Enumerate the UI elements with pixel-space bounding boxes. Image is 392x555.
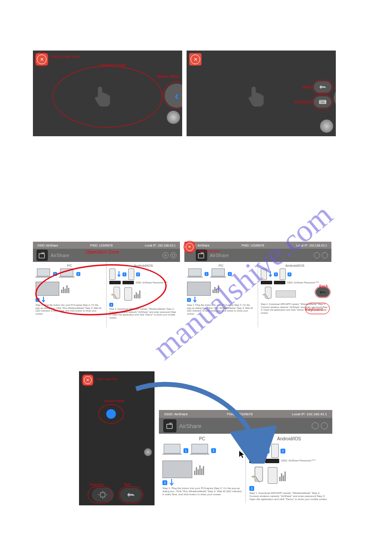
home-indicator-icon [167,111,180,124]
close-annotation-label: Red Cross Icon [97,377,118,381]
android-column: Android/IOS Back 1 2 SSID: AirShare Pass… [258,262,331,327]
svg-point-8 [172,254,175,257]
step-badge: 3 [249,486,254,491]
chart-icon [194,464,215,475]
back-annotation-label: Back [302,85,311,89]
settings-gear-icon[interactable] [322,252,328,258]
airshare-title: AirShare [50,253,69,258]
close-button[interactable]: ✕ [189,53,201,65]
ssid-caption: SSID: AirShare Password:**** [287,281,319,284]
svg-point-7 [165,254,166,256]
row-2: SSID: AirShare PWD: 12345678 Local IP: 1… [0,136,392,327]
settings-gear-icon[interactable] [170,252,176,258]
arrow-down-icon [269,271,272,277]
step-badge: 2 [288,272,291,276]
close-annotation-label: Red Cross Icon [198,250,219,253]
app-store-badge-icon [274,281,285,284]
pc-instructions: Step 1: Plug the button into your PC/Lap… [162,487,242,497]
step-badge: 1 [274,272,278,276]
laptop-icon [187,268,203,279]
annotation-circle-back [119,486,143,503]
row-1: ✕ Red Cross Icon Operation Zone Hidden M… [0,0,392,136]
hidden-annotation-label: Hidden Menu [156,74,180,79]
keyboard-icon [276,290,296,297]
airshare-logo-icon [36,250,48,261]
annotation-circle-back [315,287,331,298]
step-badge: 3 [162,480,167,485]
annotation-circle-close [81,374,94,387]
annotation-circle-close [183,241,196,253]
annotation-circle-back [313,80,333,94]
pwd-value: 12345678 [251,244,264,247]
settings-icon[interactable] [162,252,169,258]
annotation-circle-keyboard [313,95,333,109]
home-indicator-icon [320,120,333,133]
side-arrow-icon[interactable]: › [334,88,336,108]
phone-icon [261,268,267,280]
annotation-circle-pointer [98,404,124,424]
pc-heading: PC [187,264,255,268]
airshare-status-bar: SSID: AirShare PWD: 12345678 Local IP: 1… [184,242,331,249]
airshare-panel-1: SSID: AirShare PWD: 12345678 Local IP: 1… [33,242,180,327]
hand-phone-icon [249,466,266,485]
hand-icon [90,81,116,108]
close-annotation-label: Red Cross Icon [52,54,79,59]
pc-column: PC 1 2 3 Step 1: Plug the button into yo… [184,262,258,327]
ssid-label: SSID: [37,244,45,247]
pwd-value: 12345678 [99,244,113,247]
touchpad-panel-2: ✕ Back Keyboard › [187,51,336,136]
annotation-circle-reposition [88,486,112,503]
chart-icon [212,284,228,293]
arrow-down-icon [169,479,174,486]
svg-rect-6 [39,254,45,258]
settings-icon[interactable] [314,252,320,258]
ssid-value: AirShare [198,244,209,247]
pointer-annotation-label: Mouse Pointer [104,399,124,403]
annotation-circle-close [34,52,49,67]
close-icon: ✕ [191,54,200,64]
ip-value: 192.168.43.1 [306,412,327,416]
ip-label: Local IP: [145,244,157,247]
laptop-icon [210,268,226,279]
ip-value: 192.168.43.1 [158,244,176,247]
connection-arrow-icon [127,380,277,464]
ip-value: 192.168.43.1 [309,244,327,247]
phone-chart-icon [268,467,277,484]
keyboard-annotation-label: Keyboard [294,100,311,104]
annotation-circle-knob [163,81,182,109]
ssid-caption: SSID: AirShare Password:**** [281,459,316,462]
svg-rect-10 [198,254,204,258]
tv-icon [187,282,211,296]
pwd-label: PWD: [241,244,249,247]
reposition-annotation-label: Reposition [90,483,104,486]
step-badge: 2 [228,272,232,276]
google-play-badge-icon [261,281,272,284]
ssid-value: AirShare [46,244,58,247]
airshare-status-bar: SSID: AirShare PWD: 12345678 Local IP: 1… [33,242,180,249]
step-badge: 3 [187,298,191,302]
settings-icon[interactable] [312,422,319,429]
android-instructions: Step 1: Download APK/APP namely "Wireles… [249,492,329,501]
airshare-body: PC 1 2 3 Step 1: Plug the button into yo… [184,262,331,327]
step-badge: 2 [281,449,285,453]
zone-annotation-label: Operation Zone [86,249,119,254]
android-heading: Android/IOS [261,264,329,268]
touchpad-panel-1: ✕ Red Cross Icon Operation Zone Hidden M… [33,51,182,136]
phone-icon [280,268,286,280]
pwd-label: PWD: [90,244,98,247]
airshare-panel-2: SSID: AirShare PWD: 12345678 Local IP: 1… [184,242,331,327]
hand-phone-icon [261,286,274,302]
back-annotation-label: Back [124,483,131,486]
arrow-down-icon [193,297,197,303]
ip-label: Local IP: [296,244,308,247]
chart-icon [279,470,300,481]
settings-gear-icon[interactable] [321,422,328,429]
annotation-circle-keyboard [305,303,330,314]
pc-instructions: Step 1: Plug the button into your PC/Lap… [187,304,255,315]
ip-label: Local IP: [292,412,306,416]
airshare-title: AirShare [210,253,229,258]
hand-icon [244,81,270,108]
step-badge: 1 [205,272,209,276]
